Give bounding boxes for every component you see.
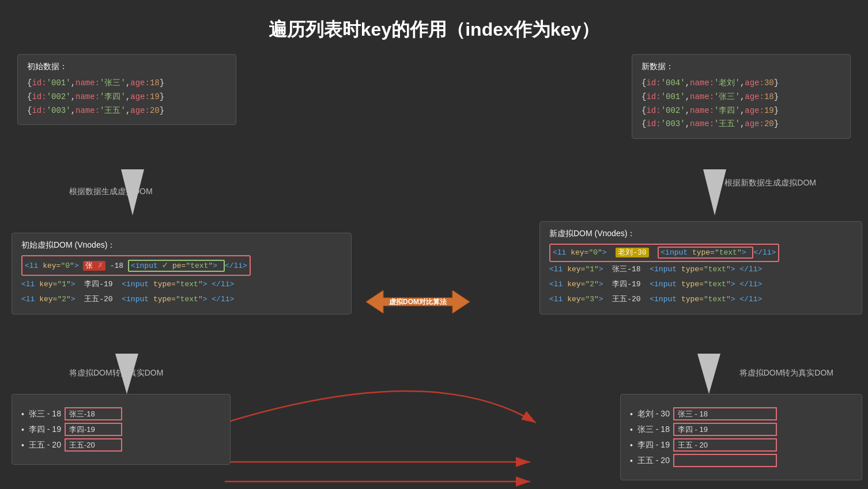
real-dom-label-left: 将虚拟DOM转为真实DOM [69,368,163,378]
initial-data-box: 初始数据： {id:'001',name:'张三',age:18} {id:'0… [17,54,236,125]
vdom-new-title: 新虚拟DOM (Vnodes)： [549,229,852,239]
real-dom-new-box: 老刘 - 30 张三 - 18 李四 - 19 王五 - 20 [620,394,862,480]
vdom-initial-row-1: <li key="1"> 李四-19 <input type="text"> <… [21,277,342,292]
real-initial-item-0: 张三 - 18 [21,406,221,422]
vdom-new-box: 新虚拟DOM (Vnodes)： <li key="0"> 老刘-30 <inp… [539,221,862,314]
real-new-input-0[interactable] [673,407,777,420]
svg-marker-4 [703,169,726,215]
svg-marker-6 [697,354,720,394]
vdom-initial-title: 初始虚拟DOM (Vnodes)： [21,240,342,251]
real-initial-input-2[interactable] [65,438,122,452]
vdom-new-row-0: <li key="0"> 老刘-30 <input type="text"> <… [549,244,852,262]
arrow-label-left: 根据数据生成虚拟DOM [69,187,153,197]
real-new-item-0: 老刘 - 30 [630,406,852,422]
real-initial-item-1: 李四 - 19 [21,422,221,437]
initial-data-title: 初始数据： [27,62,227,72]
vdom-initial-row-0: <li key="0"> 张 ✗ -18 <input ✓ pe="text">… [21,255,342,277]
new-data-box: 新数据： {id:'004',name:'老刘',age:30} {id:'00… [632,54,851,139]
new-data-line-2: {id:'001',name:'张三',age:18} [641,90,841,104]
vdom-new-row-2: <li key="2"> 李四-19 <input type="text"> <… [549,277,852,292]
new-data-line-1: {id:'004',name:'老刘',age:30} [641,77,841,90]
initial-data-line-2: {id:'002',name:'李四',age:19} [27,90,227,104]
real-new-item-2: 李四 - 19 [630,437,852,453]
real-initial-item-2: 王五 - 20 [21,437,221,453]
real-new-item-3: 王五 - 20 [630,453,852,468]
initial-data-line-3: {id:'003',name:'王五',age:20} [27,104,227,118]
real-new-input-3[interactable] [673,454,777,467]
real-initial-input-0[interactable] [65,407,122,420]
vdom-new-row-3: <li key="3"> 王五-20 <input type="text"> <… [549,292,852,307]
real-new-input-2[interactable] [673,438,777,452]
compare-arrow: 虚拟DOM对比算法 [354,279,481,328]
real-initial-input-1[interactable] [65,423,122,436]
real-dom-initial-list: 张三 - 18 李四 - 19 王五 - 20 [21,401,221,457]
new-data-line-3: {id:'002',name:'李四',age:19} [641,104,841,118]
vdom-initial-box: 初始虚拟DOM (Vnodes)： <li key="0"> 张 ✗ -18 <… [12,233,352,314]
page-title: 遍历列表时key的作用（index作为key） [0,0,868,54]
real-dom-new-list: 老刘 - 30 张三 - 18 李四 - 19 王五 - 20 [630,401,852,473]
real-dom-label-right: 将虚拟DOM转为真实DOM [739,368,833,378]
new-data-title: 新数据： [641,62,841,72]
initial-data-line-1: {id:'001',name:'张三',age:18} [27,77,227,90]
vdom-new-row-1: <li key="1"> 张三-18 <input type="text"> <… [549,262,852,277]
real-dom-initial-box: 张三 - 18 李四 - 19 王五 - 20 [12,394,231,465]
vdom-initial-row-2: <li key="2"> 王五-20 <input type="text"> <… [21,292,342,307]
real-new-input-1[interactable] [673,423,777,436]
new-data-line-4: {id:'003',name:'王五',age:20} [641,117,841,131]
arrow-label-right: 根据新数据生成虚拟DOM [724,178,816,188]
real-new-item-1: 张三 - 18 [630,422,852,437]
svg-text:虚拟DOM对比算法: 虚拟DOM对比算法 [388,298,447,306]
